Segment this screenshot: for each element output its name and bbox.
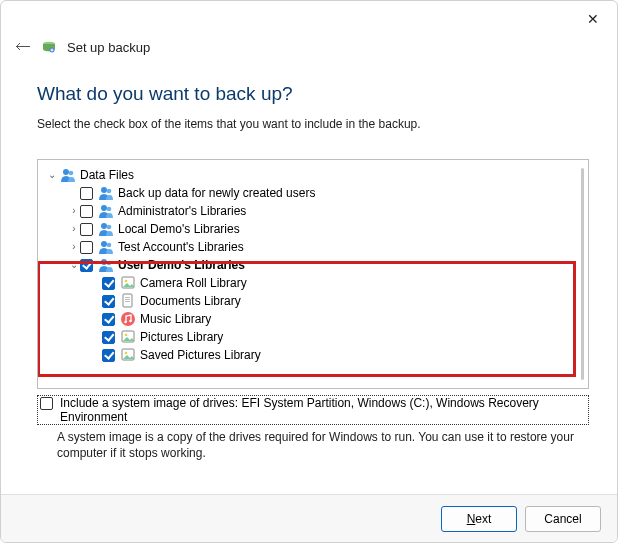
page-instruction: Select the check box of the items that y…: [37, 117, 589, 131]
dialog-footer: Next Cancel: [1, 494, 617, 542]
tree-label: Pictures Library: [140, 328, 223, 346]
cancel-button[interactable]: Cancel: [525, 506, 601, 532]
checkbox[interactable]: [102, 313, 115, 326]
checkbox[interactable]: [80, 187, 93, 200]
people-icon: [98, 185, 114, 201]
tree-label: Back up data for newly created users: [118, 184, 315, 202]
people-icon: [98, 221, 114, 237]
window-title: Set up backup: [67, 40, 150, 55]
tree-row-saved-pictures-library[interactable]: › Saved Pictures Library: [46, 346, 584, 364]
checkbox[interactable]: [80, 241, 93, 254]
picture-icon: [120, 329, 136, 345]
tree-row-local-demos-libraries[interactable]: › Local Demo's Libraries: [46, 220, 584, 238]
backup-items-tree: ⌄ Data Files › Back up data for newly cr…: [37, 159, 589, 389]
document-icon: [120, 293, 136, 309]
checkbox[interactable]: [40, 397, 53, 410]
back-button[interactable]: 🡐: [15, 39, 31, 55]
checkbox[interactable]: [80, 223, 93, 236]
tree-label: User Demo's Libraries: [118, 256, 245, 274]
picture-icon: [120, 347, 136, 363]
tree-label: Data Files: [80, 166, 134, 184]
system-image-label: Include a system image of drives: EFI Sy…: [60, 396, 586, 424]
caret-icon[interactable]: ›: [68, 202, 80, 220]
music-icon: [120, 311, 136, 327]
close-button[interactable]: ✕: [583, 9, 603, 29]
tree-label: Documents Library: [140, 292, 241, 310]
next-button[interactable]: Next: [441, 506, 517, 532]
tree-label: Music Library: [140, 310, 211, 328]
checkbox[interactable]: [102, 349, 115, 362]
checkbox[interactable]: [102, 331, 115, 344]
scrollbar[interactable]: [581, 168, 584, 380]
tree-row-camera-roll-library[interactable]: › Camera Roll Library: [46, 274, 584, 292]
system-image-note: A system image is a copy of the drives r…: [37, 429, 589, 461]
picture-icon: [120, 275, 136, 291]
checkbox[interactable]: [80, 259, 93, 272]
checkbox[interactable]: [80, 205, 93, 218]
tree-label: Camera Roll Library: [140, 274, 247, 292]
caret-icon[interactable]: ⌄: [68, 256, 80, 274]
tree-label: Saved Pictures Library: [140, 346, 261, 364]
tree-label: Local Demo's Libraries: [118, 220, 240, 238]
tree-label: Test Account's Libraries: [118, 238, 244, 256]
page-heading: What do you want to back up?: [37, 83, 589, 105]
tree-row-documents-library[interactable]: › Documents Library: [46, 292, 584, 310]
tree-label: Administrator's Libraries: [118, 202, 246, 220]
tree-row-pictures-library[interactable]: › Pictures Library: [46, 328, 584, 346]
caret-icon[interactable]: ›: [68, 238, 80, 256]
system-image-option[interactable]: Include a system image of drives: EFI Sy…: [37, 395, 589, 425]
tree-row-user-demos-libraries[interactable]: ⌄ User Demo's Libraries: [46, 256, 584, 274]
people-icon: [98, 239, 114, 255]
people-icon: [98, 257, 114, 273]
backup-icon: [41, 39, 57, 55]
people-icon: [98, 203, 114, 219]
people-icon: [60, 167, 76, 183]
tree-row-test-accounts-libraries[interactable]: › Test Account's Libraries: [46, 238, 584, 256]
tree-row-data-files[interactable]: ⌄ Data Files: [46, 166, 584, 184]
caret-icon[interactable]: ⌄: [46, 166, 58, 184]
caret-icon[interactable]: ›: [68, 220, 80, 238]
checkbox[interactable]: [102, 295, 115, 308]
tree-row-music-library[interactable]: › Music Library: [46, 310, 584, 328]
tree-row-administrators-libraries[interactable]: › Administrator's Libraries: [46, 202, 584, 220]
tree-row-newly-created-users[interactable]: › Back up data for newly created users: [46, 184, 584, 202]
checkbox[interactable]: [102, 277, 115, 290]
